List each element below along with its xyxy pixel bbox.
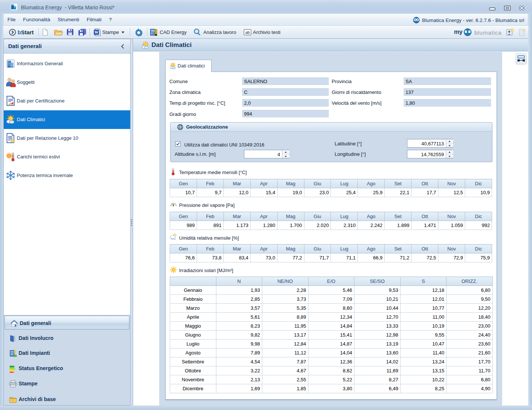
svg-text:W: W (95, 30, 98, 34)
svg-text:ab: ab (245, 30, 250, 35)
